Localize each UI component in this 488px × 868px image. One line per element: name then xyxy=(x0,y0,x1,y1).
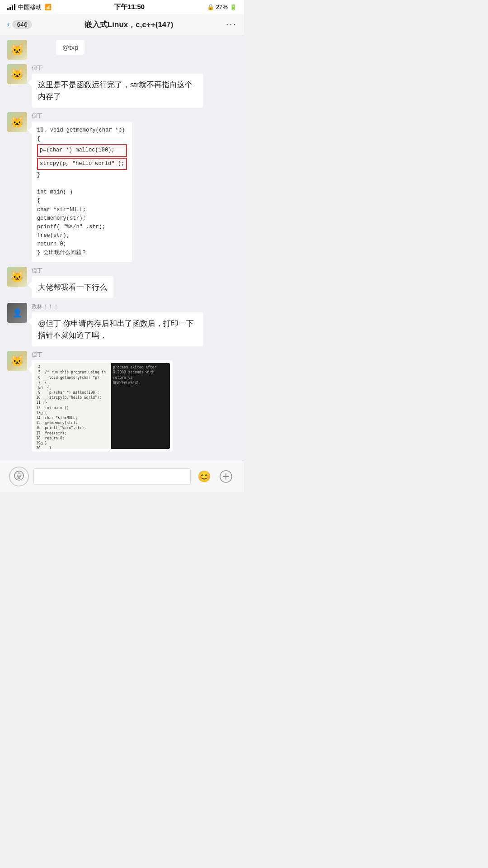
status-right: 🔒 27% 🔋 xyxy=(207,4,237,10)
battery-percent: 27% xyxy=(216,4,228,10)
code-line: 10. void getmemory(char *p) xyxy=(37,126,127,135)
message-text: 大佬帮我看一下行么 xyxy=(38,283,107,292)
add-button[interactable] xyxy=(217,467,235,486)
code-line-highlight: p=(char *) malloc(100); xyxy=(37,144,127,156)
code-line: return 0; xyxy=(37,240,127,249)
message-sender: 但丁 xyxy=(32,267,113,274)
chat-title: 嵌入式Linux，c,c++(147) xyxy=(38,19,221,30)
message-content-wrap: 政林！！！ @但丁 你申请内存后和出了函数后，打印一下指针不就知道了吗， xyxy=(32,303,203,346)
message-content-wrap: 但丁 大佬帮我看一下行么 xyxy=(32,267,113,299)
message-bubble: 这里是不是函数运行完了，str就不再指向这个内存了 xyxy=(32,74,203,108)
code-line: } xyxy=(37,171,127,179)
status-left: 中国移动 📶 xyxy=(7,3,52,11)
emoji-icon: 😊 xyxy=(197,470,211,483)
back-chevron-icon: ‹ xyxy=(7,20,9,28)
back-button[interactable]: ‹ 646 xyxy=(7,20,32,29)
screenshot-bubble[interactable]: 4 5 /* run this program using th 6 void … xyxy=(32,360,173,452)
avatar: 🐱 xyxy=(7,40,27,60)
code-line: int main( ) xyxy=(37,188,127,197)
svg-point-1 xyxy=(18,473,20,476)
code-line: { xyxy=(37,135,127,143)
message-bubble: @txp xyxy=(56,40,84,55)
emoji-button[interactable]: 😊 xyxy=(195,467,213,486)
list-item: 🐱 但丁 这里是不是函数运行完了，str就不再指向这个内存了 xyxy=(0,64,244,108)
message-sender: 政林！！！ xyxy=(32,303,203,311)
screenshot-thumbnail: 4 5 /* run this program using th 6 void … xyxy=(34,363,170,449)
lock-icon: 🔒 xyxy=(207,4,214,10)
message-sender: 但丁 xyxy=(32,64,203,72)
voice-icon xyxy=(14,471,24,483)
avatar: 👤 xyxy=(7,303,27,323)
voice-button[interactable] xyxy=(9,467,29,486)
screenshot-code-text: 4 5 /* run this program using th 6 void … xyxy=(36,365,109,449)
avatar: 🐱 xyxy=(7,351,27,371)
chat-area: 🐱 @txp 🐱 但丁 这里是不是函数运行完了，str就不再指向这个内存了 🐱 … xyxy=(0,35,244,461)
status-time: 下午11:50 xyxy=(114,3,145,11)
list-item: 👤 政林！！！ @但丁 你申请内存后和出了函数后，打印一下指针不就知道了吗， xyxy=(0,303,244,346)
code-line: char *str=NULL; xyxy=(37,206,127,214)
code-line: { xyxy=(37,197,127,205)
wifi-icon: 📶 xyxy=(44,4,52,10)
message-input[interactable] xyxy=(33,468,191,485)
battery-icon: 🔋 xyxy=(230,4,237,10)
avatar-image: 🐱 xyxy=(7,112,27,132)
message-bubble: @但丁 你申请内存后和出了函数后，打印一下指针不就知道了吗， xyxy=(32,312,203,346)
avatar-image: 🐱 xyxy=(7,64,27,84)
message-content-wrap: 但丁 10. void getmemory(char *p) { p=(char… xyxy=(32,112,132,262)
plus-icon xyxy=(220,470,232,483)
avatar-image: 👤 xyxy=(7,303,27,323)
avatar: 🐱 xyxy=(7,64,27,84)
avatar: 🐱 xyxy=(7,267,27,287)
message-text: 这里是不是函数运行完了，str就不再指向这个内存了 xyxy=(38,80,192,101)
code-line: getmemory(str); xyxy=(37,214,127,223)
list-item: 🐱 但丁 4 5 /* run this program using th 6 … xyxy=(0,351,244,452)
avatar-image: 🐱 xyxy=(7,40,27,60)
message-sender: 但丁 xyxy=(32,112,132,120)
list-item: 🐱 但丁 10. void getmemory(char *p) { p=(ch… xyxy=(0,112,244,262)
bottom-bar: 😊 xyxy=(0,461,244,492)
message-text: @但丁 你申请内存后和出了函数后，打印一下指针不就知道了吗， xyxy=(38,319,194,340)
screenshot-terminal-text: process exited after 0.2009 seconds with… xyxy=(113,365,168,385)
code-bubble: 10. void getmemory(char *p) { p=(char *)… xyxy=(32,122,132,262)
avatar: 🐱 xyxy=(7,112,27,132)
nav-bar: ‹ 646 嵌入式Linux，c,c++(147) ··· xyxy=(0,14,244,35)
avatar-image: 🐱 xyxy=(7,351,27,371)
message-content-wrap: 但丁 这里是不是函数运行完了，str就不再指向这个内存了 xyxy=(32,64,203,108)
code-line xyxy=(37,179,127,188)
message-content-wrap: 但丁 4 5 /* run this program using th 6 vo… xyxy=(32,351,173,452)
code-line-highlight: strcpy(p, "hello world" ); xyxy=(37,158,127,170)
message-bubble: 大佬帮我看一下行么 xyxy=(32,276,113,299)
avatar-image: 🐱 xyxy=(7,267,27,287)
screenshot-code-panel: 4 5 /* run this program using th 6 void … xyxy=(34,363,111,449)
carrier-label: 中国移动 xyxy=(18,3,42,11)
code-line: free(str); xyxy=(37,231,127,240)
more-button[interactable]: ··· xyxy=(226,19,237,30)
list-item: 🐱 @txp xyxy=(0,40,244,60)
code-line: printf( "%s/n" ,str); xyxy=(37,223,127,231)
list-item: 🐱 但丁 大佬帮我看一下行么 xyxy=(0,267,244,299)
status-bar: 中国移动 📶 下午11:50 🔒 27% 🔋 xyxy=(0,0,244,14)
message-sender: 但丁 xyxy=(32,351,173,359)
message-text: @txp xyxy=(62,43,78,51)
code-line: } 会出现什么问题？ xyxy=(37,249,127,257)
bottom-right-icons: 😊 xyxy=(195,467,235,486)
signal-bars-icon xyxy=(7,4,15,10)
back-count-badge[interactable]: 646 xyxy=(12,20,32,29)
screenshot-terminal-panel: process exited after 0.2009 seconds with… xyxy=(111,363,170,449)
